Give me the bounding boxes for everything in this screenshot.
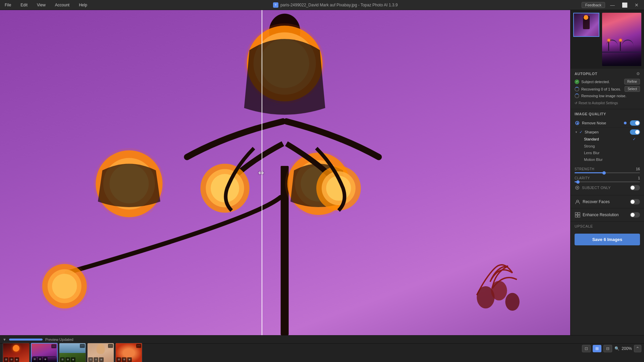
clarity-label: CLARITY (575, 176, 590, 180)
subject-only-label: SUBJECT ONLY (582, 186, 628, 190)
noise-spinner-icon (575, 94, 579, 98)
thumbnails-strip: ⊞ ⊕ ◈ ⋯ ⊞ ⊕ ◈ ⋯ ⊞ (3, 344, 142, 362)
thumb-icon-5a: ⊞ (116, 357, 121, 362)
collapse-icon[interactable]: ▼ (3, 338, 6, 342)
menu-account[interactable]: Account (53, 2, 71, 8)
menu-file[interactable]: File (3, 2, 13, 8)
sharpen-check-icon: ✓ (579, 130, 583, 134)
titlebar-menu: File Edit View Account Help (3, 2, 89, 8)
autopilot-header: AUTOPILOT ⚙ (575, 71, 640, 76)
clarity-slider-thumb[interactable] (576, 180, 580, 184)
menu-edit[interactable]: Edit (18, 2, 30, 8)
titlebar-controls: Feedback — ⬜ ✕ (582, 2, 641, 8)
thumb-icon-4a: ⊞ (88, 357, 93, 362)
sharpen-option-standard[interactable]: Standard ✓ (581, 135, 639, 143)
minimize-button[interactable]: — (608, 2, 617, 8)
thumbnail-3[interactable]: ⋯ ⊞ ⊕ ◈ (59, 343, 86, 362)
sharpen-standard-label: Standard (584, 137, 599, 141)
split-handle[interactable]: ⇔ (258, 169, 264, 177)
thumbnail-4[interactable]: ⋯ ⊞ ⊕ ◈ (87, 343, 114, 362)
thumb-icon-1b: ⊕ (9, 357, 14, 362)
recover-faces-toggle[interactable] (630, 199, 640, 204)
menu-view[interactable]: View (35, 2, 48, 8)
sharpen-section: ▼ ✓ Sharpen Standard ✓ Strong Lens Blu (575, 128, 640, 192)
thumb-icon-3a: ⊞ (60, 357, 65, 362)
thumb-2-badge: ⋯ (51, 344, 56, 348)
thumb-1-icons: ⊞ ⊕ ◈ (4, 357, 19, 362)
sharpen-option-strong[interactable]: Strong (581, 143, 639, 149)
close-button[interactable]: ✕ (632, 2, 641, 8)
strength-value: 16 (636, 167, 640, 171)
strength-label: STRENGTH (575, 167, 594, 171)
maximize-button[interactable]: ⬜ (620, 2, 629, 8)
select-button[interactable]: Select (625, 86, 640, 92)
sharpen-option-motion-blur[interactable]: Motion Blur (581, 156, 639, 163)
autopilot-title: AUTOPILOT (575, 72, 597, 76)
thumb-3-badge: ⋯ (80, 344, 85, 348)
strength-slider-track[interactable] (575, 172, 640, 173)
sharpen-expand-icon[interactable]: ▼ (575, 130, 578, 134)
bottom-toolbar-right: ⊡ ⊞ ⊟ 🔍 200% ⌃ (582, 335, 641, 362)
recover-faces-label: Recover Faces (583, 199, 628, 204)
svg-rect-31 (575, 213, 577, 215)
enhance-resolution-icon (575, 212, 581, 218)
enhance-resolution-toggle[interactable] (630, 212, 640, 218)
thumb-icon-5c: ◈ (127, 357, 132, 362)
remove-noise-toggle[interactable] (630, 120, 640, 126)
clarity-slider-track[interactable] (575, 181, 640, 182)
sharpen-row: ▼ ✓ Sharpen (575, 128, 640, 135)
reset-autopilot-button[interactable]: ↺ Reset to Autopilot Settings (575, 100, 640, 106)
preview-small-thumb[interactable] (573, 13, 599, 37)
photo-background (0, 10, 570, 335)
clarity-value: 1 (638, 176, 640, 180)
zoom-expand-button[interactable]: ⌃ (634, 345, 641, 352)
subject-only-icon (575, 185, 580, 190)
thumb-5-badge: ⋯ (136, 344, 141, 348)
progress-area: ▼ Preview Updated (0, 336, 644, 344)
sharpen-strong-label: Strong (584, 144, 595, 148)
zoom-out-icon: 🔍 (614, 346, 620, 351)
autopilot-gear-icon[interactable]: ⚙ (636, 71, 640, 76)
recovering-text: Recovering 0 of 1 faces. (581, 87, 621, 91)
thumb-icon-1a: ⊞ (4, 357, 8, 362)
save-button[interactable]: Save 6 Images (575, 234, 640, 245)
strength-slider-thumb[interactable] (602, 171, 606, 175)
sharpen-option-lens-blur[interactable]: Lens Blur (581, 149, 639, 156)
menu-help[interactable]: Help (77, 2, 89, 8)
right-panel: AUTOPILOT ⚙ ✓ Subject detected. Refine R… (570, 10, 644, 335)
svg-point-29 (577, 187, 578, 188)
refine-button[interactable]: Refine (624, 79, 640, 84)
removing-noise-text: Removing low image noise. (581, 94, 627, 98)
feedback-button[interactable]: Feedback (582, 2, 605, 8)
subject-only-toggle[interactable] (630, 185, 640, 190)
single-view-button[interactable]: ⊡ (582, 345, 591, 352)
autopilot-subject-row: ✓ Subject detected. Refine (575, 79, 640, 84)
thumbnail-2[interactable]: ⋯ ⊞ ⊕ ◈ (31, 343, 58, 362)
canvas-area[interactable]: ⇔ (0, 10, 570, 335)
sharpen-toggle[interactable] (630, 129, 640, 135)
thumbnail-1[interactable]: ⊞ ⊕ ◈ (3, 343, 30, 362)
split-view-button[interactable]: ⊞ (593, 345, 601, 352)
main-area: ⇔ (0, 10, 644, 335)
remove-noise-label: Remove Noise (582, 121, 622, 125)
preview-large-thumb[interactable] (602, 13, 641, 66)
thumb-icon-4c: ◈ (99, 357, 104, 362)
svg-rect-34 (578, 215, 580, 217)
sharpen-motion-blur-label: Motion Blur (584, 158, 603, 162)
upscale-title: UPSCALE (575, 224, 640, 228)
thumb-4-badge: ⋯ (108, 344, 113, 348)
image-quality-header: IMAGE QUALITY (575, 112, 640, 116)
recover-faces-row: Recover Faces (571, 195, 644, 208)
strength-slider-header: STRENGTH 16 (575, 167, 640, 171)
progress-fill (9, 339, 43, 341)
thumbnail-5[interactable]: ⋯ ⊞ ⊕ ◈ (115, 343, 142, 362)
thumb-4-icons: ⊞ ⊕ ◈ (88, 357, 104, 362)
thumb-icon-2c: ◈ (43, 357, 48, 362)
strength-slider-fill (575, 172, 604, 173)
app-title-area: T paris-2499022_David Mark auf Pixabay.j… (273, 2, 398, 8)
faces-spinner-icon (575, 87, 579, 92)
svg-rect-32 (578, 213, 580, 215)
remove-noise-icon (575, 120, 580, 126)
thumb-icon-2a: ⊞ (32, 357, 37, 362)
side-by-side-button[interactable]: ⊟ (603, 345, 612, 352)
